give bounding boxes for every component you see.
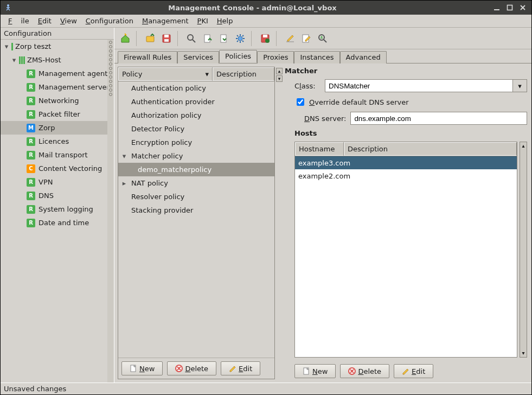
status-bars-icon bbox=[19, 56, 25, 64]
module-badge-icon: R bbox=[27, 137, 35, 146]
sidebar-item[interactable]: RManagement server bbox=[1, 80, 114, 94]
minimize-button[interactable] bbox=[491, 3, 502, 12]
sidebar-scroll-markers bbox=[107, 40, 114, 383]
policy-row[interactable]: Authentication provider bbox=[118, 95, 274, 109]
policy-row[interactable]: Encryption policy bbox=[118, 136, 274, 149]
dns-server-input[interactable] bbox=[350, 112, 527, 125]
menu-management[interactable]: Management bbox=[138, 15, 193, 27]
expand-icon[interactable]: ▾ bbox=[120, 152, 128, 160]
tree-root[interactable]: ▾ Zorp teszt bbox=[1, 40, 114, 53]
sidebar-item[interactable]: RDNS bbox=[1, 189, 114, 202]
menu-help[interactable]: Help bbox=[213, 15, 238, 27]
matcher-heading: Matcher bbox=[285, 67, 527, 75]
menu-edit[interactable]: Edit bbox=[34, 15, 56, 27]
window-title: Management Console - admin@Local_vbox bbox=[16, 4, 489, 12]
hosts-row[interactable]: example2.com bbox=[295, 169, 517, 182]
policy-label: Authentication provider bbox=[128, 98, 215, 106]
policy-label: Stacking provider bbox=[128, 206, 193, 214]
hostname-cell: example3.com bbox=[298, 159, 350, 167]
sidebar-item-label: Packet filter bbox=[39, 110, 80, 118]
maximize-button[interactable] bbox=[504, 3, 515, 12]
policy-label: Matcher policy bbox=[128, 152, 183, 160]
sidebar-item[interactable]: CContent Vectoring bbox=[1, 162, 114, 175]
scroll-down-icon[interactable]: ▾ bbox=[522, 350, 524, 356]
policy-col-header[interactable]: Policy ▾ bbox=[118, 67, 213, 81]
sidebar-item[interactable]: RVPN bbox=[1, 175, 114, 189]
hosts-edit-button[interactable]: Edit bbox=[394, 364, 433, 378]
policy-child-row[interactable]: demo_matcherpolicy bbox=[118, 163, 274, 176]
tab-proxies[interactable]: Proxies bbox=[257, 51, 294, 63]
sidebar-item[interactable]: RManagement agents bbox=[1, 67, 114, 80]
policy-label: Resolver policy bbox=[128, 193, 184, 201]
collapse-icon[interactable]: ▾ bbox=[10, 56, 18, 64]
policy-row[interactable]: Authentication policy bbox=[118, 81, 274, 95]
policy-row[interactable]: Authorization policy bbox=[118, 109, 274, 122]
sidebar-item[interactable]: RDate and time bbox=[1, 216, 114, 230]
description-col-header[interactable]: Description bbox=[213, 67, 274, 81]
collapse-icon[interactable]: ▾ bbox=[3, 42, 10, 50]
tabbar: Firewall Rules Services Policies Proxies… bbox=[114, 49, 531, 63]
delete-icon bbox=[175, 365, 183, 372]
hosts-scrollbar[interactable]: ▴ ▾ bbox=[520, 142, 527, 358]
toolbar-edit-doc-icon[interactable] bbox=[299, 31, 314, 46]
sidebar-item[interactable]: RMail transport bbox=[1, 148, 114, 162]
sidebar-item[interactable]: MZorp bbox=[1, 121, 114, 135]
tab-instances[interactable]: Instances bbox=[294, 51, 339, 63]
toolbar-home-icon[interactable] bbox=[118, 31, 133, 46]
menu-pki[interactable]: PKI bbox=[193, 15, 213, 27]
splitter-down-icon[interactable]: ▾ bbox=[276, 75, 283, 82]
toolbar-doc-up-icon[interactable] bbox=[200, 31, 215, 46]
expand-icon[interactable]: ▸ bbox=[120, 179, 128, 187]
policy-row[interactable]: ▸NAT policy bbox=[118, 176, 274, 190]
toolbar-doc-down-icon[interactable] bbox=[216, 31, 232, 46]
hosts-table[interactable]: Hostname Description example3.comexample… bbox=[294, 142, 517, 358]
class-dropdown-button[interactable]: ▾ bbox=[513, 79, 527, 92]
toolbar-search-icon[interactable] bbox=[184, 31, 199, 46]
tab-services[interactable]: Services bbox=[177, 51, 219, 63]
sidebar-item[interactable]: RLicences bbox=[1, 135, 114, 148]
svg-rect-6 bbox=[164, 39, 169, 42]
policy-row[interactable]: ▾Matcher policy bbox=[118, 149, 274, 163]
policy-panel: Policy ▾ Description Authentication poli… bbox=[118, 67, 275, 379]
tab-firewall-rules[interactable]: Firewall Rules bbox=[118, 51, 177, 63]
policy-edit-button[interactable]: Edit bbox=[221, 361, 260, 375]
scroll-up-icon[interactable]: ▴ bbox=[522, 143, 524, 149]
menu-view[interactable]: View bbox=[56, 15, 81, 27]
toolbar-edit-line-icon[interactable] bbox=[283, 31, 298, 46]
sidebar-item[interactable]: RPacket filter bbox=[1, 107, 114, 121]
policy-delete-button[interactable]: Delete bbox=[167, 361, 216, 375]
sidebar-item-label: Licences bbox=[39, 137, 69, 145]
policy-row[interactable]: Detector Policy bbox=[118, 122, 274, 136]
sidebar-item[interactable]: RSystem logging bbox=[1, 202, 114, 216]
toolbar-gear-icon[interactable] bbox=[233, 31, 248, 46]
policy-row[interactable]: Resolver policy bbox=[118, 190, 274, 203]
tree-host[interactable]: ▾ ZMS-Host bbox=[1, 53, 114, 67]
override-dns-checkbox[interactable] bbox=[297, 98, 304, 106]
splitter-up-icon[interactable]: ▴ bbox=[276, 68, 283, 74]
configuration-tree[interactable]: ▾ Zorp teszt ▾ ZMS-Host RManagement agen… bbox=[1, 40, 114, 383]
policy-new-button[interactable]: New bbox=[121, 361, 163, 375]
toolbar-search-person-icon[interactable] bbox=[315, 31, 330, 46]
hosts-delete-button[interactable]: Delete bbox=[340, 364, 389, 378]
hosts-heading: Hosts bbox=[294, 129, 527, 137]
hosts-col-description[interactable]: Description bbox=[344, 142, 517, 156]
sidebar-item[interactable]: RNetworking bbox=[1, 94, 114, 107]
hosts-row[interactable]: example3.com bbox=[295, 156, 517, 169]
menubar: File Edit View Configuration Management … bbox=[1, 15, 531, 28]
edit-icon bbox=[229, 365, 236, 372]
close-button[interactable] bbox=[517, 3, 528, 12]
menu-configuration[interactable]: Configuration bbox=[81, 15, 138, 27]
svg-point-10 bbox=[238, 36, 242, 41]
class-select[interactable] bbox=[325, 79, 513, 92]
hosts-col-hostname[interactable]: Hostname bbox=[295, 142, 344, 156]
tab-advanced[interactable]: Advanced bbox=[340, 51, 387, 63]
splitter[interactable]: ▴ ▾ bbox=[275, 67, 284, 379]
toolbar-open-icon[interactable] bbox=[143, 31, 158, 46]
tab-policies[interactable]: Policies bbox=[219, 50, 257, 63]
hosts-new-button[interactable]: New bbox=[294, 364, 336, 378]
toolbar-save-icon[interactable] bbox=[159, 31, 174, 46]
policy-row[interactable]: Stacking provider bbox=[118, 203, 274, 217]
module-badge-icon: R bbox=[27, 192, 35, 200]
menu-file[interactable]: File bbox=[4, 15, 34, 27]
toolbar-save-red-icon[interactable] bbox=[258, 31, 273, 46]
